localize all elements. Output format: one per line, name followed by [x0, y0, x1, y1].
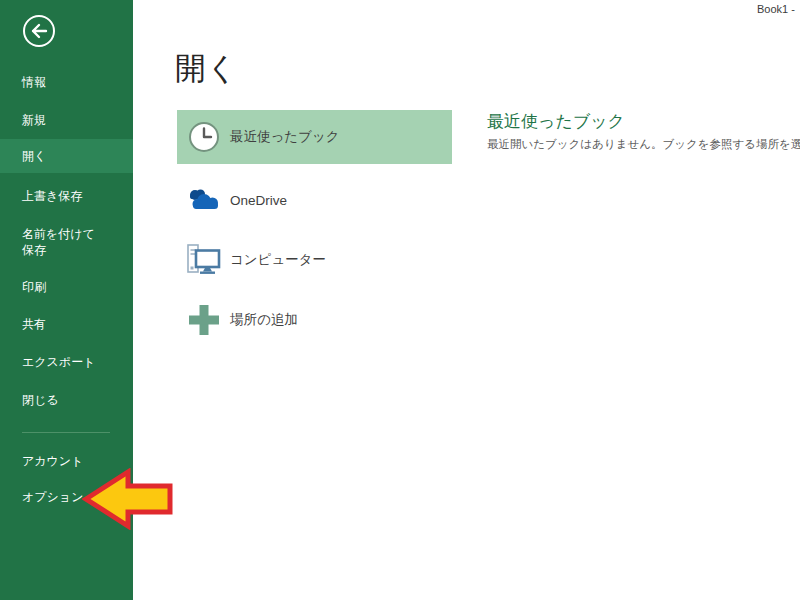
sidebar-item-save-as[interactable]: 名前を付けて保存: [22, 226, 106, 258]
onedrive-icon: [185, 182, 223, 218]
sidebar-item-save[interactable]: 上書き保存: [22, 188, 82, 204]
place-recent-workbooks[interactable]: 最近使ったブック: [177, 110, 452, 164]
window-title: Book1 -: [757, 3, 795, 15]
place-label: OneDrive: [230, 193, 287, 208]
clock-icon: [185, 119, 223, 155]
sidebar-item-options[interactable]: オプション: [22, 489, 83, 505]
place-label: コンピューター: [230, 251, 326, 269]
detail-empty-message: 最近開いたブックはありません。ブックを参照する場所を選択し: [487, 137, 800, 152]
place-label: 最近使ったブック: [230, 128, 340, 146]
page-title: 開く: [175, 50, 238, 88]
place-add-place[interactable]: 場所の追加: [177, 293, 452, 347]
annotation-arrow-icon: [82, 468, 174, 534]
sidebar-item-info[interactable]: 情報: [22, 74, 46, 90]
sidebar-item-open[interactable]: 開く: [0, 139, 133, 173]
sidebar-item-account[interactable]: アカウント: [22, 453, 83, 469]
back-arrow-icon: [22, 34, 56, 51]
add-place-icon: [185, 302, 223, 338]
sidebar-item-print[interactable]: 印刷: [22, 279, 46, 295]
place-onedrive[interactable]: OneDrive: [177, 173, 452, 227]
sidebar-item-close[interactable]: 閉じる: [22, 392, 59, 408]
sidebar-item-export[interactable]: エクスポート: [22, 354, 95, 370]
detail-heading: 最近使ったブック: [487, 110, 625, 133]
place-computer[interactable]: コンピューター: [177, 233, 452, 287]
sidebar-item-share[interactable]: 共有: [22, 316, 46, 332]
computer-icon: [185, 242, 223, 278]
sidebar-item-new[interactable]: 新規: [22, 112, 46, 128]
place-label: 場所の追加: [230, 311, 298, 329]
back-button[interactable]: [22, 14, 56, 48]
excel-backstage-view: Book1 - 情報 新規 開く 上書き保存 名前を付けて保存 印刷 共有 エク…: [0, 0, 800, 600]
sidebar-divider: [22, 432, 110, 433]
